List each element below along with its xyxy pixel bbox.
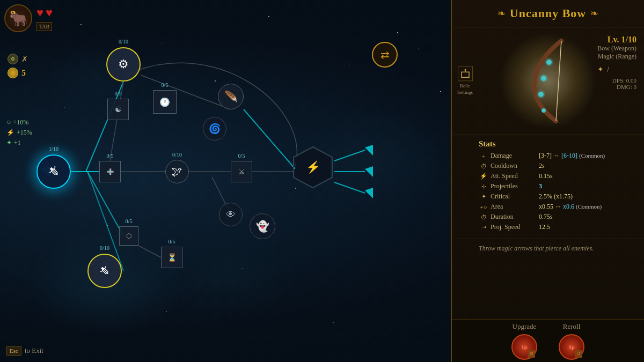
currency-row-1: ⚙ ✗ xyxy=(8,54,28,64)
dmg-display: DMG: 0 xyxy=(597,84,636,90)
proj-speed-value: 12.5 xyxy=(539,223,636,231)
heart-1: ♥ xyxy=(36,6,43,20)
skill-node-mid-cross[interactable]: ✚ 0/5 xyxy=(99,161,121,182)
relic-icon xyxy=(458,66,473,81)
currency-row-2: 5 xyxy=(8,68,28,78)
area-icon: +○ xyxy=(479,204,488,210)
gold-icon xyxy=(8,68,18,78)
bottom-buttons: Upgrade 1p ⊟ Reroll 1p ↺ xyxy=(452,319,644,362)
skill-node-top-small2[interactable]: ☯ 0/5 xyxy=(107,99,129,120)
node-label-top-small2: 0/5 xyxy=(115,91,122,97)
projectiles-label: Projectiles xyxy=(491,182,539,190)
skill-node-top-small1[interactable]: 🕐 0/5 xyxy=(153,90,177,114)
upgrade-label: Upgrade xyxy=(513,322,537,331)
reroll-cost: 1p xyxy=(568,344,575,350)
exit-label: to Exit xyxy=(25,346,43,355)
proj-speed-label: Proj. Speed xyxy=(491,223,539,231)
svg-line-23 xyxy=(556,41,561,121)
node-label-mid-main: 1/10 xyxy=(49,146,58,152)
att-speed-label: Att. Speed xyxy=(491,172,539,180)
passive-stat-3: ✦ +1 xyxy=(6,139,32,147)
skill-node-top-main[interactable]: ⚙ 0/10 xyxy=(106,47,141,82)
critical-value: 2.5% (x1.75) xyxy=(539,193,636,201)
svg-line-10 xyxy=(334,182,365,193)
critical-icon: ✦ xyxy=(479,193,488,200)
node-label-bot-main: 0/10 xyxy=(100,245,109,251)
x-symbol: ✗ xyxy=(21,55,28,64)
reroll-button-group: Reroll 1p ↺ xyxy=(559,322,584,360)
skill-node-bot-ghost[interactable]: 👻 xyxy=(250,213,275,239)
svg-point-27 xyxy=(541,108,546,113)
skill-node-bot-eye[interactable]: 👁 xyxy=(219,203,243,226)
right-panel: ❧ Uncanny Bow ❧ RelicSettings xyxy=(451,0,644,362)
stat-row-att-speed: ⚡ Att. Speed 0.15s xyxy=(479,172,636,180)
svg-point-28 xyxy=(545,58,553,67)
skill-node-top-right[interactable]: 🪶 xyxy=(218,84,244,109)
skill-node-bot-hourglass[interactable]: ⏳ 0/5 xyxy=(161,247,182,268)
currency-icon-seed: ⚙ xyxy=(8,54,18,64)
stat-row-projectiles: ⊹ Projectiles 3 xyxy=(479,182,636,190)
node-label-top-small1: 0/5 xyxy=(162,82,169,88)
item-level: Lv. 1/10 xyxy=(597,35,636,45)
stat-row-duration: ⏱ Duration 0.75s xyxy=(479,213,636,221)
svg-line-3 xyxy=(244,109,295,169)
att-speed-value: 0.15s xyxy=(539,172,636,180)
att-speed-icon: ⚡ xyxy=(479,173,488,180)
damage-value: [3-7] ↔ [6-10] (Common) xyxy=(539,152,636,160)
reroll-icon: ↺ xyxy=(575,350,582,358)
cooldown-label: Cooldown xyxy=(491,162,539,170)
dps-display: DPS: 0.00 xyxy=(597,77,636,84)
ui-top-left: 🐂 ♥ ♥ TAB xyxy=(4,4,53,32)
stat-row-area: +○ Area x0.55 ↔ x0.6 (Common) xyxy=(479,203,636,211)
svg-marker-19 xyxy=(294,147,332,188)
damage-label: Damage xyxy=(491,152,539,160)
area-value: x0.55 ↔ x0.6 (Common) xyxy=(539,203,636,211)
upgrade-cost: 1p xyxy=(521,344,528,350)
stat-row-critical: ✦ Critical 2.5% (x1.75) xyxy=(479,193,636,201)
esc-hint: Esc to Exit xyxy=(6,346,43,356)
currency-display: ⚙ ✗ 5 xyxy=(8,54,28,78)
weapon-type-2: Magic (Range) xyxy=(597,53,636,61)
skill-node-center-blob[interactable]: 🌀 xyxy=(203,117,226,141)
skill-node-mid-bird[interactable]: 🕊 0/10 xyxy=(165,160,189,183)
cooldown-value: 2s xyxy=(539,162,636,170)
projectiles-icon: ⊹ xyxy=(479,183,488,190)
upgrade-button-group: Upgrade 1p ⊟ xyxy=(511,322,537,360)
skill-tree-area: ⚙ 0/10 🕐 0/5 ☯ 0/5 🪶 🌀 🗡 1/10 ✚ 0/5 🕊 0/… xyxy=(0,0,462,362)
skill-node-mid-main[interactable]: 🗡 1/10 xyxy=(36,154,71,189)
damage-icon: + xyxy=(479,153,488,159)
duration-icon: ⏱ xyxy=(479,214,488,220)
reroll-button[interactable]: 1p ↺ xyxy=(559,334,584,360)
node-label-bot-small1: 0/5 xyxy=(126,218,133,224)
skill-node-mid-sword[interactable]: ⚔ 0/5 xyxy=(231,161,252,182)
upgrade-button[interactable]: 1p ⊟ xyxy=(511,334,537,360)
weapon-icon-2: / xyxy=(607,65,609,74)
tab-badge[interactable]: TAB xyxy=(36,22,52,31)
stats-section: Stats + Damage [3-7] ↔ [6-10] (Common) ⏱… xyxy=(452,135,644,239)
item-description: Throw magic arrows that pierce all enemi… xyxy=(452,239,644,258)
stats-title: Stats xyxy=(479,139,636,149)
item-title: Uncanny Bow xyxy=(510,6,586,20)
heart-2: ♥ xyxy=(46,6,53,20)
svg-marker-16 xyxy=(365,145,373,156)
center-exchange-icon[interactable]: ⇄ xyxy=(372,42,398,68)
node-label-mid-cross: 0/5 xyxy=(107,153,114,159)
esc-key: Esc xyxy=(6,346,21,356)
cooldown-icon: ⏱ xyxy=(479,163,488,169)
node-label-top-main: 0/10 xyxy=(119,39,128,45)
svg-rect-20 xyxy=(462,72,469,77)
skill-node-bot-small1[interactable]: ⬡ 0/5 xyxy=(119,226,138,246)
svg-marker-17 xyxy=(365,166,373,177)
duration-value: 0.75s xyxy=(539,213,636,221)
weapon-type-1: Bow (Weapon) xyxy=(597,45,636,53)
passive-stat-1: ○ +10% xyxy=(6,118,32,127)
critical-label: Critical xyxy=(491,193,539,201)
svg-point-29 xyxy=(539,74,548,83)
relic-settings[interactable]: RelicSettings xyxy=(457,66,473,95)
node-label-mid-bird: 0/10 xyxy=(172,152,182,158)
dps-dmg: DPS: 0.00 DMG: 0 xyxy=(597,77,636,90)
upgrade-icon: ⊟ xyxy=(528,350,535,358)
skill-node-bot-main[interactable]: 🗡 0/10 xyxy=(87,254,122,288)
item-header: ❧ Uncanny Bow ❧ xyxy=(452,0,644,27)
health-display: ♥ ♥ xyxy=(36,6,53,20)
